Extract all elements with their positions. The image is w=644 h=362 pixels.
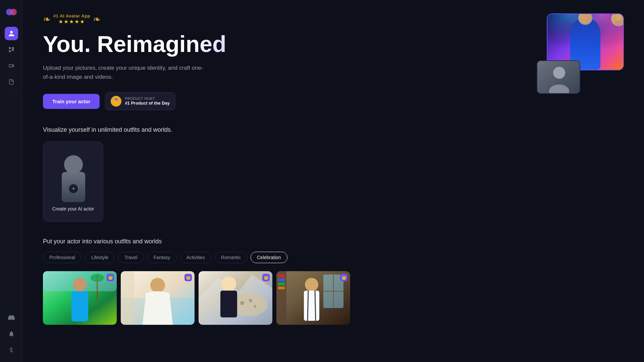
badge-stars-container: #1 AI Avatar App ★★★★★ [53, 13, 90, 25]
laurel-right: ❧ [93, 14, 101, 25]
svg-point-29 [221, 277, 236, 291]
svg-point-28 [254, 305, 256, 308]
svg-rect-30 [220, 291, 237, 317]
filter-fantasy[interactable]: Fantasy [147, 252, 177, 263]
sidebar-bottom [5, 311, 18, 357]
svg-point-40 [305, 278, 318, 291]
svg-point-10 [64, 155, 83, 174]
hero-actions: Train your actor 🏅 PRODUCT HUNT #1 Produ… [43, 92, 284, 110]
rating-badge: ❧ #1 AI Avatar App ★★★★★ ❧ [43, 13, 284, 25]
gallery: 👑 [43, 271, 624, 325]
hero-small-card [537, 60, 580, 94]
svg-rect-21 [121, 271, 134, 325]
filter-tabs: Professional Lifestyle Travel Fantasy Ac… [43, 252, 624, 263]
gallery-item-2[interactable]: 👑 [121, 271, 195, 325]
filter-activities[interactable]: Activities [180, 252, 211, 263]
ph-label: PRODUCT HUNT [125, 97, 170, 101]
visualize-title: Visualize yourself in unlimited outfits … [43, 126, 624, 133]
svg-point-27 [249, 299, 252, 302]
product-hunt-badge[interactable]: 🏅 PRODUCT HUNT #1 Product of the Day [105, 92, 175, 110]
svg-point-16 [91, 274, 104, 282]
svg-rect-37 [278, 279, 285, 281]
laurel-left: ❧ [43, 14, 51, 25]
gallery-item-3[interactable]: 👑 [199, 271, 272, 325]
outfits-title: Put your actor into various outfits and … [43, 238, 624, 245]
create-actor-label: Create your AI actor [52, 206, 94, 212]
crown-icon-3: 👑 [262, 274, 270, 281]
ph-medal-icon: 🏅 [111, 96, 121, 107]
svg-point-5 [613, 21, 623, 27]
badge-text: #1 AI Avatar App [53, 13, 90, 18]
crown-icon-4: 👑 [340, 274, 347, 281]
hero-right [537, 13, 624, 94]
ph-text-container: PRODUCT HUNT #1 Product of the Day [125, 97, 170, 106]
app-logo[interactable] [5, 5, 18, 19]
filter-celebration[interactable]: Celebration [251, 252, 287, 263]
gallery-item-1[interactable]: 👑 [43, 271, 117, 325]
create-actor-card[interactable]: + Create your AI actor [43, 141, 103, 222]
actor-grid: + Create your AI actor [43, 141, 624, 222]
sidebar-divider-1 [6, 94, 17, 94]
svg-point-17 [73, 278, 87, 291]
filter-romantic[interactable]: Romantic [215, 252, 247, 263]
svg-point-7 [553, 67, 565, 79]
train-actor-button[interactable]: Train your actor [43, 94, 100, 109]
svg-rect-38 [278, 283, 285, 285]
svg-rect-36 [278, 275, 285, 277]
guitarist-head [578, 13, 593, 25]
filter-professional[interactable]: Professional [43, 252, 82, 263]
sidebar-item-actor[interactable] [5, 27, 18, 40]
sidebar-item-video[interactable] [5, 59, 18, 72]
hero-subtitle: Upload your pictures, create your unique… [43, 63, 204, 81]
svg-point-1 [10, 9, 17, 15]
crown-icon-1: 👑 [107, 274, 114, 281]
hero-left: ❧ #1 AI Avatar App ★★★★★ ❧ You. Reimagin… [43, 13, 284, 110]
sidebar-item-discord[interactable] [5, 311, 18, 324]
filter-travel[interactable]: Travel [118, 252, 144, 263]
visualize-section: Visualize yourself in unlimited outfits … [43, 126, 624, 222]
sidebar-item-images[interactable] [5, 43, 18, 56]
svg-text:+: + [72, 185, 75, 192]
sidebar-item-documents[interactable] [5, 75, 18, 88]
sidebar-item-notifications[interactable] [5, 327, 18, 341]
svg-point-22 [150, 278, 165, 293]
svg-line-43 [315, 291, 316, 321]
outfits-section: Put your actor into various outfits and … [43, 238, 624, 325]
gallery-item-4[interactable]: 👑 [276, 271, 350, 325]
main-content: ❧ #1 AI Avatar App ★★★★★ ❧ You. Reimagin… [23, 0, 644, 362]
hero-section: ❧ #1 AI Avatar App ★★★★★ ❧ You. Reimagin… [43, 13, 624, 110]
stars: ★★★★★ [58, 18, 85, 25]
ph-title: #1 Product of the Day [125, 101, 170, 106]
svg-rect-18 [71, 291, 88, 321]
svg-point-26 [240, 301, 244, 305]
svg-line-42 [308, 291, 308, 321]
svg-point-4 [615, 14, 622, 20]
svg-rect-41 [304, 291, 319, 321]
crown-icon-2: 👑 [184, 274, 192, 281]
hero-title: You. Reimagined [43, 32, 284, 57]
sidebar [0, 0, 23, 362]
svg-rect-39 [278, 287, 285, 289]
sidebar-item-billing[interactable] [5, 343, 18, 357]
filter-lifestyle[interactable]: Lifestyle [85, 252, 115, 263]
